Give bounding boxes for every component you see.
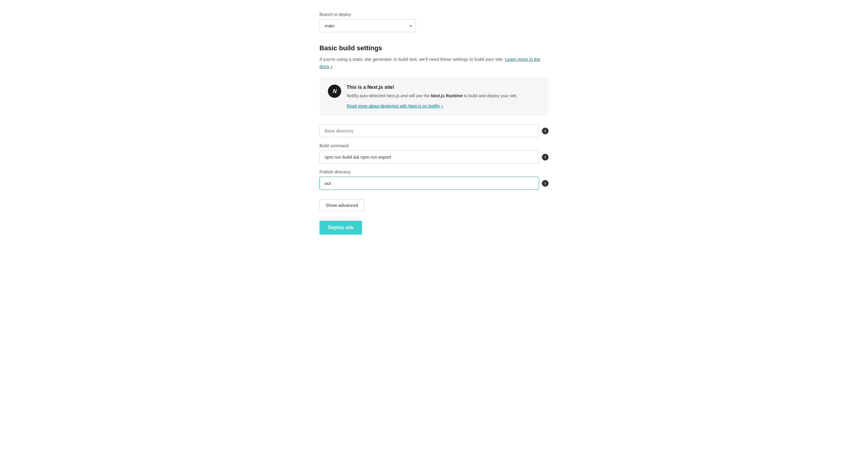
publish-directory-label: Publish directory (319, 170, 549, 174)
base-directory-input[interactable] (319, 124, 539, 137)
publish-directory-input[interactable] (319, 177, 539, 190)
info-text-bold: Next.js Runtime (431, 93, 463, 98)
info-text-before: Netlify auto-detected Next.js and will u… (347, 93, 431, 98)
build-command-label: Build command (319, 143, 549, 148)
info-card-title: This is a Next.js site! (347, 85, 540, 90)
section-title: Basic build settings (319, 44, 549, 52)
info-card-content: This is a Next.js site! Netlify auto-det… (347, 85, 540, 109)
info-text-after: to build and deploy your site. (463, 93, 518, 98)
publish-directory-group: Publish directory i (319, 170, 549, 190)
external-link-icon: ↗ (330, 65, 333, 69)
publish-directory-row: i (319, 177, 549, 190)
build-command-row: i (319, 150, 549, 164)
branch-section: Branch to deploy mainmasterdevelop ▾ (319, 12, 549, 32)
nextjs-icon: N (328, 85, 341, 98)
basic-build-section: Basic build settings If you're using a s… (319, 44, 549, 70)
branch-select[interactable]: mainmasterdevelop (319, 19, 416, 32)
build-command-input[interactable] (319, 150, 539, 164)
nextjs-info-card: N This is a Next.js site! Netlify auto-d… (319, 77, 549, 116)
branch-select-wrapper: mainmasterdevelop ▾ (319, 19, 416, 32)
publish-directory-info-icon[interactable]: i (542, 180, 549, 187)
info-card-text: Netlify auto-detected Next.js and will u… (347, 93, 540, 99)
base-directory-row: i (319, 124, 549, 137)
section-description: If you're using a static site generator … (319, 56, 549, 70)
build-command-group: Build command i (319, 143, 549, 164)
branch-label: Branch to deploy (319, 12, 549, 17)
page-container: Branch to deploy mainmasterdevelop ▾ Bas… (319, 12, 549, 235)
deploy-site-button[interactable]: Deploy site (319, 221, 362, 235)
base-directory-group: i (319, 124, 549, 137)
build-command-info-icon[interactable]: i (542, 154, 549, 161)
nextjs-docs-link[interactable]: Read more about deploying with Next.js o… (347, 104, 443, 108)
base-directory-info-icon[interactable]: i (542, 128, 549, 134)
nextjs-external-link-icon: ↗ (441, 104, 443, 108)
section-description-text: If you're using a static site generator … (319, 57, 504, 62)
show-advanced-button[interactable]: Show advanced (319, 199, 364, 211)
